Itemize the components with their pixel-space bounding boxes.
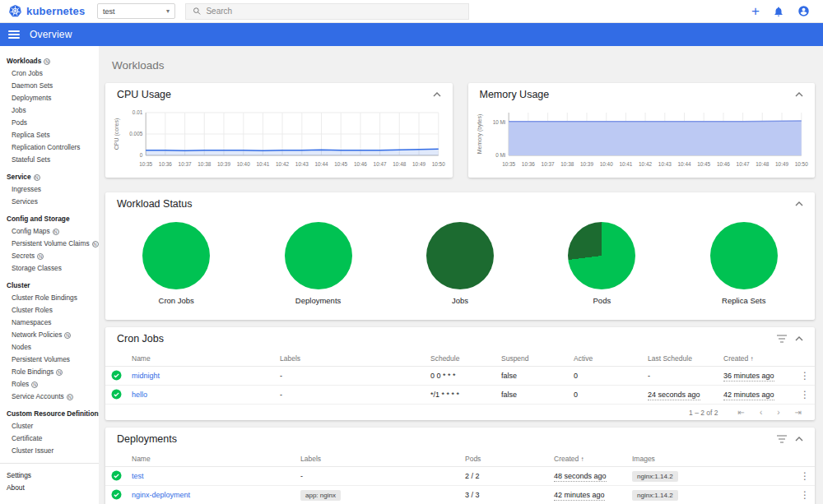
svg-text:0 Mi: 0 Mi [495, 152, 505, 158]
namespaced-badge-icon: N [64, 332, 71, 339]
column-header-suspend[interactable]: Suspend [496, 350, 569, 367]
pie-chart[interactable] [710, 222, 778, 289]
column-header-labels[interactable]: Labels [295, 451, 460, 467]
collapse-chevron-icon[interactable] [795, 92, 803, 97]
collapse-chevron-icon[interactable] [795, 437, 803, 442]
resource-link[interactable]: test [132, 472, 144, 480]
next-page-icon[interactable]: › [777, 408, 779, 417]
first-page-icon[interactable]: ⇤ [738, 408, 745, 417]
sidebar-item-custom-resource-definitions[interactable]: Custom Resource Definitions [0, 408, 99, 420]
workload-status-card: Workload Status Cron JobsDeploymentsJobs… [105, 192, 815, 320]
sidebar-item-services[interactable]: Services [0, 196, 99, 208]
column-header-schedule[interactable]: Schedule [425, 350, 496, 367]
filter-icon[interactable] [777, 335, 787, 343]
workload-pie-jobs: Jobs [426, 222, 494, 305]
sidebar-item-label: Config Maps [12, 225, 50, 238]
sidebar-item-label: Cluster Issuer [12, 445, 53, 457]
sidebar-item-jobs[interactable]: Jobs [0, 104, 99, 117]
status-cell [105, 386, 127, 405]
column-header-name[interactable]: Name [127, 350, 275, 367]
resource-link[interactable]: nginx-deployment [132, 491, 190, 499]
svg-text:10:48: 10:48 [393, 161, 406, 167]
last-page-icon[interactable]: ⇥ [795, 408, 802, 417]
create-resource-icon[interactable]: + [751, 4, 760, 18]
sidebar-item-replication-controllers[interactable]: Replication Controllers [0, 141, 99, 154]
cell-text: 0 0 * * * [430, 372, 456, 380]
row-menu-icon[interactable]: ⋮ [797, 370, 813, 381]
sidebar-item-workloads[interactable]: WorkloadsN [0, 55, 99, 67]
collapse-chevron-icon[interactable] [795, 201, 803, 206]
sidebar-item-role-bindings[interactable]: Role BindingsN [0, 366, 99, 378]
cell-suspend: false [496, 367, 569, 386]
column-header-labels[interactable]: Labels [275, 350, 425, 367]
menu-cell: ⋮ [795, 367, 815, 386]
column-header-created[interactable]: Created ↑ [718, 350, 795, 367]
sidebar-item-cluster-role-bindings[interactable]: Cluster Role Bindings [0, 292, 99, 304]
search-bar[interactable] [185, 3, 469, 20]
user-account-icon[interactable] [797, 5, 810, 17]
sidebar-item-cluster[interactable]: Cluster [0, 280, 99, 292]
sidebar-item-ingresses[interactable]: Ingresses [0, 183, 99, 196]
sidebar-item-daemon-sets[interactable]: Daemon Sets [0, 80, 99, 92]
column-header-pods[interactable]: Pods [460, 451, 549, 467]
sidebar-item-replica-sets[interactable]: Replica Sets [0, 129, 99, 141]
sidebar-item-config-maps[interactable]: Config MapsN [0, 225, 99, 238]
sidebar-item-config-and-storage[interactable]: Config and Storage [0, 213, 99, 225]
sidebar-item-stateful-sets[interactable]: Stateful Sets [0, 154, 99, 166]
pagination-controls: ⇤ ‹ › ⇥ [738, 408, 802, 417]
collapse-chevron-icon[interactable] [795, 336, 803, 341]
sidebar-item-namespaces[interactable]: Namespaces [0, 317, 99, 329]
sidebar-item-pods[interactable]: Pods [0, 117, 99, 129]
sidebar-item-service-accounts[interactable]: Service AccountsN [0, 391, 99, 403]
namespace-select[interactable]: test ▾ [97, 3, 175, 19]
sidebar-item-about[interactable]: About [0, 482, 99, 494]
resource-link[interactable]: hello [132, 391, 147, 399]
sidebar-item-persistent-volumes[interactable]: Persistent Volumes [0, 354, 99, 366]
sidebar-item-certificate[interactable]: Certificate [0, 432, 99, 445]
sidebar-item-secrets[interactable]: SecretsN [0, 250, 99, 262]
sidebar-item-label: Namespaces [12, 317, 51, 329]
table-row: nginx-deploymentapp: nginx3 / 342 minute… [105, 486, 815, 504]
cell-created: 36 minutes ago [718, 367, 795, 386]
sidebar-item-nodes[interactable]: Nodes [0, 341, 99, 354]
sidebar-item-storage-classes[interactable]: Storage Classes [0, 262, 99, 275]
cell-name: nginx-deployment [127, 486, 295, 504]
sidebar-item-service[interactable]: ServiceN [0, 171, 99, 183]
pie-chart[interactable] [142, 222, 210, 289]
row-menu-icon[interactable]: ⋮ [797, 489, 813, 501]
search-input[interactable] [206, 7, 462, 16]
sidebar-item-cluster[interactable]: Cluster [0, 420, 99, 432]
filter-icon[interactable] [777, 435, 787, 443]
row-menu-icon[interactable]: ⋮ [797, 389, 813, 400]
sidebar-item-cluster-roles[interactable]: Cluster Roles [0, 304, 99, 317]
row-menu-icon[interactable]: ⋮ [797, 470, 813, 482]
namespaced-badge-icon: N [31, 381, 38, 388]
pie-chart[interactable] [568, 222, 635, 289]
memory-usage-chart: 10:3510:3610:3710:3810:3910:4010:4110:42… [468, 106, 816, 180]
sidebar-item-label: Certificate [12, 432, 42, 445]
column-header-active[interactable]: Active [569, 350, 643, 367]
svg-text:Memory (bytes): Memory (bytes) [476, 114, 482, 155]
notifications-bell-icon[interactable] [773, 6, 784, 17]
svg-text:10:49: 10:49 [775, 161, 788, 167]
sidebar-item-network-policies[interactable]: Network PoliciesN [0, 329, 99, 341]
collapse-chevron-icon[interactable] [433, 92, 441, 97]
sidebar-item-roles[interactable]: RolesN [0, 378, 99, 391]
pie-chart[interactable] [426, 222, 494, 289]
sidebar-item-deployments[interactable]: Deployments [0, 92, 99, 104]
menu-icon[interactable] [8, 30, 20, 39]
resource-link[interactable]: midnight [132, 372, 160, 380]
status-cell [105, 367, 127, 386]
sidebar-item-cron-jobs[interactable]: Cron Jobs [0, 67, 99, 80]
pie-chart[interactable] [285, 222, 352, 289]
cpu-usage-chart: 10:3510:3610:3710:3810:3910:4010:4110:42… [105, 106, 453, 180]
column-header-images[interactable]: Images [627, 451, 795, 467]
previous-page-icon[interactable]: ‹ [760, 408, 762, 417]
sidebar-item-cluster-issuer[interactable]: Cluster Issuer [0, 445, 99, 457]
sidebar-item-settings[interactable]: Settings [0, 469, 99, 482]
column-header-last-schedule[interactable]: Last Schedule [643, 350, 718, 367]
status-ok-icon [111, 389, 122, 400]
column-header-created[interactable]: Created ↑ [549, 451, 627, 467]
sidebar-item-persistent-volume-claims[interactable]: Persistent Volume ClaimsN [0, 238, 99, 250]
column-header-name[interactable]: Name [127, 451, 295, 467]
